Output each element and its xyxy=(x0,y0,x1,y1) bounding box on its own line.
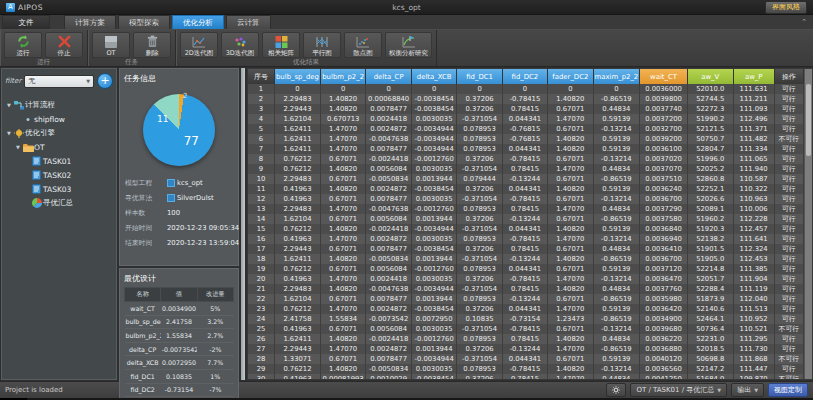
ribbon-button[interactable]: 权衡分析研究 xyxy=(385,32,432,58)
status-cell: 可行 xyxy=(774,274,803,284)
sidebar-item-ot-folder[interactable]: ▼ OT xyxy=(5,140,113,154)
best-design-row[interactable]: fid_DC1 0.10835 1% xyxy=(125,369,234,383)
best-design-row[interactable]: delta_CP -0.0073542 -2% xyxy=(125,342,234,356)
status-cell: 可行 xyxy=(774,184,803,194)
table-row[interactable]: 160.419631.470700.00248720.00300350.0789… xyxy=(248,234,804,244)
table-row[interactable]: 141.621040.670710.00560840.00139440.3720… xyxy=(248,214,804,224)
table-row[interactable]: 120.419630.670710.00784770.0030035-0.371… xyxy=(248,194,804,204)
status-cell: 可行 xyxy=(774,104,803,114)
status-cell: 可行 xyxy=(774,194,803,204)
table-row[interactable]: 230.762121.470700.0024872-0.00384540.372… xyxy=(248,304,804,314)
ribbon: 运行 停止运行 OT 删除任务 2D迭代图 3D迭代图 相关矩阵 平行图 散点图… xyxy=(0,30,813,67)
table-row[interactable]: 32.294431.408200.0078477-0.00384540.3720… xyxy=(248,104,804,114)
output-button[interactable]: 输出 ▼ xyxy=(731,383,764,397)
table-row[interactable]: 132.294831.47070-0.0047638-0.00127600.07… xyxy=(248,204,804,214)
tab-0[interactable]: 文件 xyxy=(2,15,50,29)
table-row[interactable]: 80.762120.67071-0.0024418-0.00127600.372… xyxy=(248,154,804,164)
table-row[interactable]: 290.762121.40820-0.00508340.00300350.078… xyxy=(248,364,804,374)
settings-button[interactable] xyxy=(606,383,626,397)
ribbon-button[interactable]: 停止 xyxy=(45,32,83,58)
table-row[interactable]: 110.419631.408200.0024872-0.00384540.372… xyxy=(248,184,804,194)
ribbon-button[interactable]: 删除 xyxy=(133,32,171,58)
table-row[interactable]: 261.624111.40820-0.0024418-0.00127600.07… xyxy=(248,334,804,344)
status-cell: 可行 xyxy=(774,364,803,374)
table-row[interactable]: 212.294831.40820-0.0047638-0.0034944-0.3… xyxy=(248,284,804,294)
sidebar-item-opt-engine[interactable]: ▼ 优化引擎 xyxy=(5,126,113,140)
table-row[interactable]: 90.762121.408200.00560840.0030035-0.3710… xyxy=(248,164,804,174)
table-row[interactable]: 181.624111.40820-0.00508340.0013944-0.37… xyxy=(248,254,804,264)
add-button[interactable]: + xyxy=(97,73,113,89)
column-header[interactable]: aw_P xyxy=(733,69,774,84)
tab-3[interactable]: 优化分析 xyxy=(172,15,224,29)
best-design-title: 最优设计 xyxy=(124,273,234,284)
table-row[interactable]: 61.624111.47070-0.0047638-0.00349440.078… xyxy=(248,134,804,144)
style-button[interactable]: 界面风格 xyxy=(765,1,807,14)
table-row[interactable]: 242.417581.55834-0.00735420.00729500.108… xyxy=(248,314,804,324)
status-cell: 可行 xyxy=(774,164,803,174)
table-row[interactable]: 51.624111.470700.0024872-0.00349440.0789… xyxy=(248,124,804,134)
column-header[interactable]: fader_DC2 xyxy=(548,69,593,84)
best-design-row[interactable]: bulb_sp_deg 2.41758 3.2% xyxy=(125,315,234,329)
column-header[interactable]: 序号 xyxy=(248,69,275,84)
column-header[interactable]: aw_V xyxy=(687,69,733,84)
ribbon-button[interactable]: 运行 xyxy=(4,32,42,58)
sidebar-item-calc-flow[interactable]: ▼ 计算流程 xyxy=(5,98,113,112)
expander-icon[interactable]: ▼ xyxy=(7,102,14,108)
filter-select[interactable]: 无 ▼ xyxy=(24,75,94,88)
best-design-row[interactable]: fid_DC2 -0.73154 -7% xyxy=(125,383,234,397)
table-row[interactable]: 221.621040.670710.00784770.00139440.0789… xyxy=(248,294,804,304)
ribbon-button[interactable]: 2D迭代图 xyxy=(180,32,218,58)
column-header[interactable]: delta_XCB xyxy=(411,69,456,84)
table-row[interactable]: 150.762121.40820-0.0024418-0.0034944-0.3… xyxy=(248,224,804,234)
table-row[interactable]: 22.294831.408200.00068840-0.00384540.372… xyxy=(248,94,804,104)
expander-icon[interactable]: ▼ xyxy=(16,144,23,150)
sidebar-item-task03[interactable]: TASK03 xyxy=(5,182,113,196)
column-header[interactable]: fid_DC1 xyxy=(457,69,502,84)
breadcrumb[interactable]: OT / TASK01 / 寻优汇总 ▼ xyxy=(630,383,727,397)
sidebar-item-task01[interactable]: TASK01 xyxy=(5,154,113,168)
tab-1[interactable]: 计算方案 xyxy=(64,15,116,29)
ribbon-collapse-chevron[interactable]: ⌃ xyxy=(801,18,807,26)
table-row[interactable]: 190.762120.670710.0056084-0.00127600.078… xyxy=(248,264,804,274)
sidebar-item-task02[interactable]: TASK02 xyxy=(5,168,113,182)
table-row[interactable]: 1000000000.003600052010.0111.631可行 xyxy=(248,84,804,94)
column-header[interactable]: delta_CP xyxy=(366,69,411,84)
ribbon-button[interactable]: 散点图 xyxy=(344,32,382,58)
table-row[interactable]: 200.419631.470700.00244180.00300350.3720… xyxy=(248,274,804,284)
gear-icon xyxy=(612,386,620,394)
table-row[interactable]: 41.621040.6707130.00244180.0030035-0.371… xyxy=(248,114,804,124)
tab-4[interactable]: 云计算 xyxy=(226,15,271,29)
column-header[interactable]: 操作 xyxy=(774,69,803,84)
view-customize-button[interactable]: 视图定制 xyxy=(768,383,808,397)
expander-icon[interactable]: ▼ xyxy=(7,130,14,136)
task-info-title: 任务信息 xyxy=(124,73,234,84)
column-header[interactable]: bulbm_p2_2 xyxy=(320,69,366,84)
table-row[interactable]: 250.419630.670710.00560840.0030035-0.371… xyxy=(248,324,804,334)
best-design-row[interactable]: delta_XCB 0.0072950 7.7% xyxy=(125,356,234,370)
table-row[interactable]: 71.624111.470700.0078477-0.00349440.0789… xyxy=(248,144,804,154)
run-icon xyxy=(16,34,31,49)
table-row[interactable]: 300.419630.000819930.0010029-0.00384540.… xyxy=(248,374,804,380)
ribbon-button[interactable]: 相关矩阵 xyxy=(262,32,300,58)
column-header[interactable]: maxim_p2_2 xyxy=(593,69,640,84)
best-design-row[interactable]: wait_CT 0.0034900 5% xyxy=(125,302,234,316)
column-header[interactable]: bulb_sp_deg xyxy=(275,69,321,84)
table-row[interactable]: 272.294431.470700.00248720.00139440.3720… xyxy=(248,344,804,354)
scrollbar-thumb[interactable] xyxy=(806,84,811,156)
task-icon xyxy=(104,34,118,49)
best-design-row[interactable]: bulbm_p2_2 1.55834 2.7% xyxy=(125,329,234,343)
column-header[interactable]: fid_DC2 xyxy=(502,69,547,84)
ribbon-button[interactable]: 3D迭代图 xyxy=(221,32,259,58)
column-header[interactable]: wait_CT xyxy=(640,69,688,84)
sidebar-item-summary[interactable]: 寻优汇总 xyxy=(5,196,113,210)
table-row[interactable]: 102.294830.67071-0.00508340.00139440.079… xyxy=(248,174,804,184)
pie-label-improved: 11 xyxy=(157,114,168,124)
ribbon-button[interactable]: OT xyxy=(92,32,130,58)
tab-2[interactable]: 模型探索 xyxy=(118,15,170,29)
table-row[interactable]: 281.330710.670710.0078477-0.0034944-0.37… xyxy=(248,354,804,364)
table-row[interactable]: 172.294430.670710.0078477-0.00384540.372… xyxy=(248,244,804,254)
sidebar-item-shipflow[interactable]: shipflow xyxy=(5,112,113,126)
table-scrollbar[interactable] xyxy=(804,69,812,379)
panel-splitter[interactable] xyxy=(241,68,245,380)
ribbon-button[interactable]: 平行图 xyxy=(303,32,341,58)
